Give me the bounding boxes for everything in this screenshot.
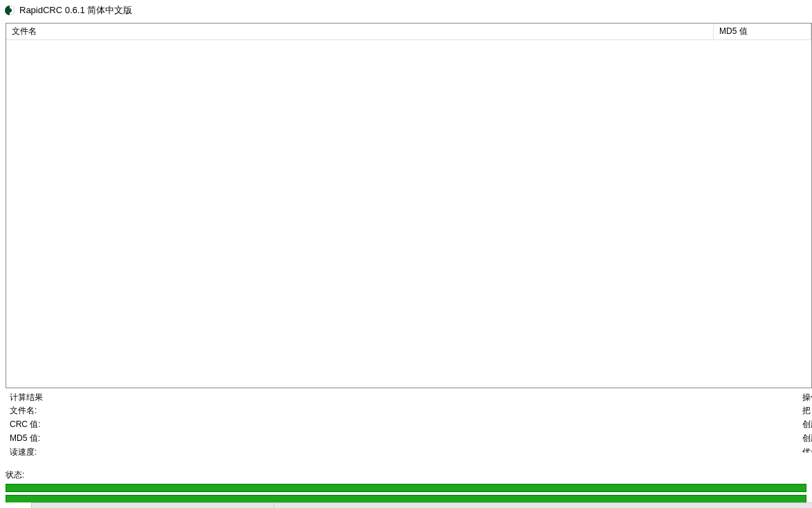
- results-legend: 计算结果: [6, 390, 798, 403]
- results-section: 计算结果 文件名: CRC 值: MD5 值: 读速度: 操作 把 C 创建 创…: [6, 390, 812, 453]
- result-readspeed-label: 读速度:: [6, 445, 798, 459]
- status-label: 状态:: [6, 469, 806, 481]
- actions-legend: 操作: [798, 390, 812, 403]
- column-header-filename[interactable]: 文件名: [6, 24, 714, 39]
- status-bar: [0, 502, 812, 508]
- title-bar: RapidCRC 0.6.1 简体中文版: [0, 0, 812, 21]
- progress-bar-1: [6, 484, 806, 492]
- action-create-md5[interactable]: 创建: [798, 431, 812, 445]
- action-create-sfv[interactable]: 创建: [798, 417, 812, 431]
- list-header: 文件名 MD5 值: [6, 24, 811, 40]
- results-panel: 计算结果 文件名: CRC 值: MD5 值: 读速度:: [6, 390, 798, 453]
- status-bar-segment-3: [273, 502, 812, 508]
- status-section: 状态:: [6, 469, 806, 506]
- list-body[interactable]: [6, 40, 811, 388]
- status-bar-segment-2: [31, 502, 273, 508]
- window-title: RapidCRC 0.6.1 简体中文版: [19, 4, 132, 17]
- action-options[interactable]: 优先: [798, 445, 812, 453]
- result-filename-label: 文件名:: [6, 403, 798, 417]
- result-md5-label: MD5 值:: [6, 431, 798, 445]
- app-icon: [4, 5, 15, 16]
- status-bar-segment-1: [0, 502, 31, 508]
- svg-point-1: [8, 8, 12, 12]
- column-header-md5[interactable]: MD5 值: [714, 24, 811, 39]
- action-put-crc[interactable]: 把 C: [798, 403, 812, 417]
- file-list[interactable]: 文件名 MD5 值: [6, 23, 812, 388]
- result-crc-label: CRC 值:: [6, 417, 798, 431]
- actions-panel: 操作 把 C 创建 创建 优先: [798, 390, 812, 453]
